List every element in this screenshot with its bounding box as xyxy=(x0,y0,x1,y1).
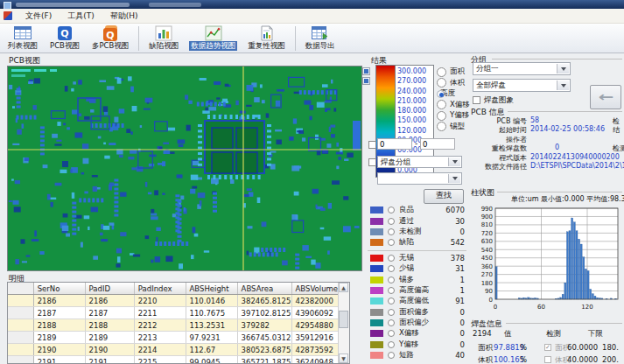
metric-option[interactable]: 体积 xyxy=(437,78,466,89)
metric-option[interactable]: 高度 xyxy=(437,88,466,100)
row-selector-cell[interactable] xyxy=(8,344,33,356)
pad-group-sub-select[interactable] xyxy=(377,172,462,185)
table-cell[interactable]: 2189 xyxy=(85,332,134,344)
splitter-button-bottom[interactable] xyxy=(362,77,370,85)
data-export-button[interactable]: 数据导出 xyxy=(299,24,341,52)
radio-icon[interactable] xyxy=(388,276,395,284)
radio-icon[interactable] xyxy=(388,330,395,337)
radio-icon[interactable] xyxy=(388,352,395,359)
table-cell[interactable]: 397102.8125 xyxy=(237,307,291,319)
search-button[interactable]: 查找 xyxy=(424,189,464,204)
range-filter-checkbox[interactable] xyxy=(368,141,376,149)
pcb-view-button[interactable]: Q PCB视图 xyxy=(44,24,86,52)
table-cell[interactable]: 97.9231 xyxy=(186,332,237,344)
radio-icon[interactable] xyxy=(388,341,395,348)
radio-icon[interactable] xyxy=(437,90,445,98)
radio-icon[interactable] xyxy=(388,239,395,246)
legend-item[interactable]: 缺陷542 xyxy=(368,237,466,248)
legend-item[interactable]: 面积偏多0 xyxy=(368,307,466,318)
multi-pcb-view-button[interactable]: Q 多PCB视图 xyxy=(86,24,135,52)
table-row[interactable]: 21892189221397.9231366745.031235912916 xyxy=(8,332,349,344)
radio-icon[interactable] xyxy=(388,298,395,304)
table-cell[interactable]: 2187 xyxy=(85,307,134,319)
scroll-down-icon[interactable]: ▼ xyxy=(339,354,348,363)
legend-item[interactable]: 高度偏高1 xyxy=(368,285,466,296)
table-row[interactable]: 218821882212113.253137928242954880 xyxy=(8,319,349,332)
metric-option[interactable]: 锡型 xyxy=(437,122,466,133)
table-row[interactable]: 219021902214112.67380523.687542873592 xyxy=(8,344,349,356)
table-cell[interactable]: 2210 xyxy=(134,295,186,307)
radio-icon[interactable] xyxy=(388,287,395,294)
range-to-input[interactable] xyxy=(420,138,455,150)
pad-group-select[interactable]: 焊盘分组 xyxy=(377,156,462,168)
legend-item[interactable]: 无锡378 xyxy=(368,253,466,263)
table-row[interactable]: 21912191221599.0945365721.187536240948 xyxy=(8,356,349,364)
legend-item[interactable]: 锡多1 xyxy=(368,274,466,284)
legend-item[interactable]: 少锡31 xyxy=(368,263,466,274)
defect-view-button[interactable]: 缺陷视图 xyxy=(143,24,185,52)
table-cell[interactable]: 2188 xyxy=(33,319,85,332)
back-arrow-button[interactable]: ← xyxy=(590,85,621,109)
table-cell[interactable]: 99.0945 xyxy=(186,356,237,364)
table-cell[interactable]: 2187 xyxy=(33,307,85,319)
group-select[interactable]: 分组一 xyxy=(473,62,571,75)
row-selector-cell[interactable] xyxy=(8,332,33,344)
menu-file[interactable]: 文件(F) xyxy=(18,9,60,24)
table-cell[interactable]: 2190 xyxy=(85,344,134,356)
table-cell[interactable]: 380523.6875 xyxy=(237,344,291,356)
radio-icon[interactable] xyxy=(388,206,395,214)
pcb-board-canvas[interactable] xyxy=(7,66,362,271)
pad-test-checkbox[interactable] xyxy=(544,356,551,363)
table-row[interactable]: 218621862210110.0146382465.812542382000 xyxy=(8,295,349,307)
table-cell[interactable]: 110.0146 xyxy=(186,295,237,307)
table-cell[interactable]: 365721.1875 xyxy=(237,356,291,364)
row-selector-cell[interactable] xyxy=(8,295,33,307)
table-cell[interactable]: 113.2531 xyxy=(186,319,237,332)
pad-test-checkbox[interactable]: ✓ xyxy=(544,344,551,351)
radio-icon[interactable] xyxy=(388,309,395,316)
radio-icon[interactable] xyxy=(437,122,446,131)
table-cell[interactable]: 112.67 xyxy=(186,344,237,356)
table-cell[interactable]: 382465.8125 xyxy=(237,295,291,307)
group-filter-checkbox[interactable] xyxy=(368,158,376,166)
row-selector-cell[interactable] xyxy=(8,319,33,332)
table-cell[interactable]: 2191 xyxy=(33,356,85,364)
table-cell[interactable]: 2186 xyxy=(85,295,134,307)
table-row[interactable]: 218721872211110.7675397102.812543906092 xyxy=(8,307,349,319)
pad-scope-select[interactable]: 全部焊盘 xyxy=(473,79,571,92)
pad-image-checkbox[interactable] xyxy=(473,96,480,104)
radio-icon[interactable] xyxy=(388,228,395,235)
details-table-scrollbar[interactable]: ▲ ▼ xyxy=(338,283,349,363)
menu-help[interactable]: 帮助(H) xyxy=(102,9,146,24)
radio-icon[interactable] xyxy=(437,111,446,121)
legend-item[interactable]: 通过30 xyxy=(368,215,466,226)
legend-item[interactable]: 未检测0 xyxy=(368,227,466,237)
radio-icon[interactable] xyxy=(388,255,395,262)
table-cell[interactable]: 2215 xyxy=(134,356,186,364)
data-trend-view-button[interactable]: 数据趋势视图 xyxy=(185,24,242,52)
metric-option[interactable]: X偏移 xyxy=(437,100,466,111)
radio-icon[interactable] xyxy=(437,78,446,88)
scrollbar-thumb[interactable] xyxy=(339,311,348,328)
metric-option[interactable]: 面积 xyxy=(437,66,466,78)
legend-item[interactable]: 面积偏少0 xyxy=(368,318,466,328)
metric-option[interactable]: Y偏移 xyxy=(437,110,466,122)
table-cell[interactable]: 2211 xyxy=(134,307,186,319)
legend-item[interactable]: 短路40 xyxy=(368,350,466,360)
radio-icon[interactable] xyxy=(388,319,395,326)
table-cell[interactable]: 2213 xyxy=(134,332,186,344)
table-cell[interactable]: 2186 xyxy=(33,295,85,307)
table-cell[interactable]: 2189 xyxy=(33,332,85,344)
legend-item[interactable]: X偏移0 xyxy=(368,328,466,339)
radio-icon[interactable] xyxy=(388,265,395,272)
table-cell[interactable]: 366745.0312 xyxy=(237,332,291,344)
radio-icon[interactable] xyxy=(388,218,395,225)
table-cell[interactable]: 2191 xyxy=(85,356,134,364)
range-from-input[interactable] xyxy=(377,138,412,150)
repeatability-view-button[interactable]: 重复性视图 xyxy=(242,24,291,52)
list-view-button[interactable]: 列表视图 xyxy=(2,24,44,52)
table-cell[interactable]: 110.7675 xyxy=(186,307,237,319)
radio-icon[interactable] xyxy=(437,100,446,109)
legend-item[interactable]: 良品6070 xyxy=(368,205,466,215)
row-selector-cell[interactable] xyxy=(8,356,33,364)
